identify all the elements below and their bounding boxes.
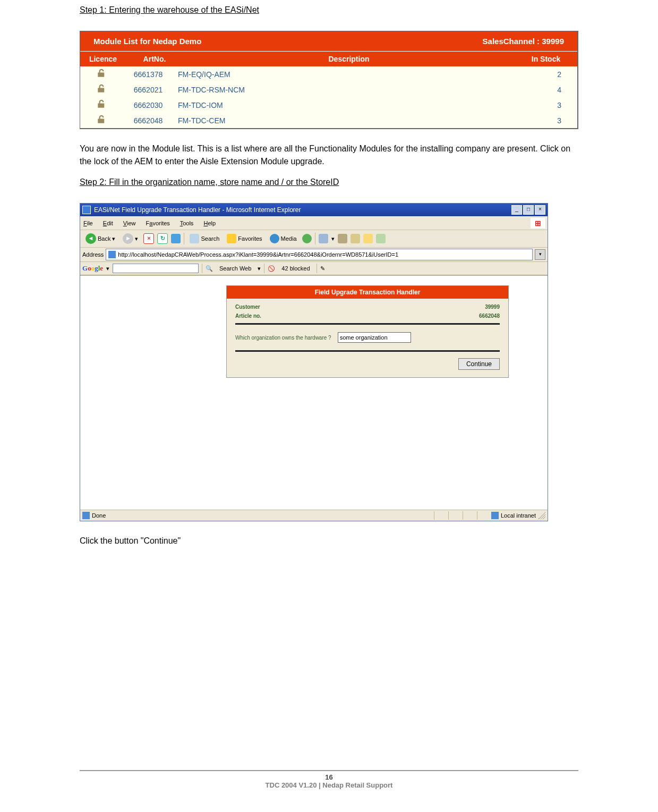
cell-artno: 6661378 [122,70,175,79]
windows-logo-icon: ⊞ [531,218,545,229]
article-label: Article no. [235,313,261,319]
lock-icon[interactable] [97,69,105,78]
cell-desc: FM-TDC-IOM [175,101,503,109]
toolbar-separator [315,233,315,244]
folder-icon[interactable] [363,234,373,243]
table-row: 6662048FM-TDC-CEM3 [80,113,577,128]
search-label: Search [201,235,219,242]
module-list-header: Module List for Nedap Demo SalesChannel … [80,31,577,51]
ie-titlebar: EASi/Net Field Upgrade Transaction Handl… [80,204,548,216]
page-icon [108,251,116,258]
stop-icon[interactable]: × [143,233,154,244]
status-cell [448,511,460,520]
minimize-button[interactable]: _ [511,205,522,215]
cell-artno: 6662048 [122,116,175,125]
google-search-icon[interactable]: 🔍 [206,265,213,272]
customer-label: Customer [235,304,260,310]
google-search-web-button[interactable]: Search Web [216,265,254,272]
cell-desc: FM-TDC-CEM [175,116,503,125]
google-search-dropdown-icon[interactable]: ▾ [258,265,261,272]
module-list-title: Module List for Nedap Demo [93,37,201,46]
home-icon[interactable] [171,234,181,243]
back-label: Back [98,235,110,242]
forward-dropdown-icon[interactable]: ▾ [135,235,138,242]
favorites-label: Favorites [238,235,262,242]
messenger-icon[interactable] [376,234,386,243]
google-search-input[interactable] [113,264,199,273]
resize-grip-icon[interactable] [538,512,545,519]
article-value: 6662048 [479,313,500,319]
address-dropdown-icon[interactable]: ▾ [535,249,545,260]
ie-toolbar: ◄ Back ▾ ► ▾ × ↻ Search Favorites M [80,230,548,248]
menu-favorites[interactable]: Favorites [146,220,170,226]
continue-button[interactable]: Continue [458,358,500,370]
address-input[interactable]: http://localhost/NedapCRAWeb/Process.asp… [106,249,533,260]
cell-stock: 3 [503,101,577,109]
toolbar-separator [184,233,184,244]
page-done-icon [82,512,90,519]
table-row: 6662030FM-TDC-IOM3 [80,97,577,113]
ie-window-title: EASi/Net Field Upgrade Transaction Handl… [94,206,301,214]
search-button[interactable]: Search [187,233,221,244]
autofill-icon[interactable]: ✎ [320,265,325,272]
col-header-artno: ArtNo. [126,51,183,66]
status-zone-label: Local intranet [501,512,536,519]
lock-icon[interactable] [97,84,105,94]
forward-button[interactable]: ► ▾ [121,232,140,245]
close-button[interactable]: × [535,205,545,215]
divider [235,350,500,352]
status-cell [434,511,446,520]
google-logo[interactable]: Google [82,264,103,273]
ie-menu: File Edit View Favorites Tools Help [80,219,227,227]
history-icon[interactable] [302,234,312,243]
lock-icon[interactable] [97,115,105,124]
divider [235,323,500,325]
toolbar-separator [317,264,317,273]
cell-stock: 2 [503,70,577,79]
address-label: Address [82,251,104,258]
menu-edit[interactable]: Edit [103,220,113,226]
back-button[interactable]: ◄ Back ▾ [83,232,117,245]
ie-window: EASi/Net Field Upgrade Transaction Handl… [80,203,548,521]
menu-file[interactable]: File [83,220,93,226]
refresh-icon[interactable]: ↻ [157,233,168,244]
footer-text: TDC 2004 V1.20 | Nedap Retail Support [80,781,578,789]
ie-status-bar: Done Local intranet [80,510,548,521]
back-dropdown-icon[interactable]: ▾ [112,235,115,242]
after-browser-text: Click the button "Continue" [80,535,578,547]
google-dropdown-icon[interactable]: ▾ [106,265,109,272]
page-footer: 16 TDC 2004 V1.20 | Nedap Retail Support [80,770,578,789]
address-bar-row: Address http://localhost/NedapCRAWeb/Pro… [80,248,548,262]
step1-heading: Step 1: Entering the warehouse of the EA… [80,5,578,15]
edit-icon[interactable] [351,234,360,243]
status-cell [463,511,475,520]
menu-help[interactable]: Help [203,220,216,226]
google-blocked-label[interactable]: 42 blocked [278,265,313,272]
lock-icon[interactable] [97,99,105,109]
toolbar-separator [264,264,264,273]
table-row: 6661378FM-EQ/IQ-AEM2 [80,66,577,82]
status-cell [477,511,489,520]
menu-view[interactable]: View [123,220,136,226]
maximize-button[interactable]: □ [523,205,534,215]
print-icon[interactable] [338,234,347,243]
upgrade-panel: Field Upgrade Transaction Handler Custom… [226,285,509,378]
address-url: http://localhost/NedapCRAWeb/Process.asp… [118,251,398,258]
module-list-columns: Licence ArtNo. Description In Stock [80,51,577,66]
cell-artno: 6662030 [122,101,175,109]
ie-content-area: Field Upgrade Transaction Handler Custom… [80,275,548,510]
status-done-label: Done [92,512,106,519]
page-number: 16 [80,773,578,781]
cell-stock: 4 [503,86,577,94]
media-button[interactable]: Media [268,233,299,244]
menu-tools[interactable]: Tools [180,220,194,226]
back-icon: ◄ [86,233,96,244]
organization-input[interactable] [338,332,411,343]
mail-icon[interactable] [319,234,328,243]
favorites-button[interactable]: Favorites [225,233,264,244]
col-header-licence: Licence [80,51,126,66]
module-list-channel: SalesChannel : 39999 [483,37,564,46]
mail-dropdown-icon[interactable]: ▾ [331,235,335,242]
favorites-icon [227,234,236,243]
popup-blocker-icon[interactable]: 🚫 [268,265,275,272]
